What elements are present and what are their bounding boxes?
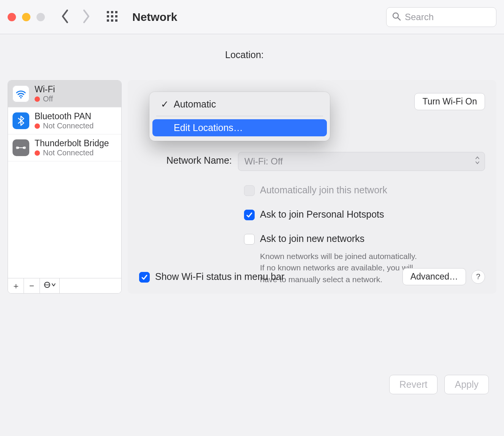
nav-arrows (60, 9, 91, 25)
network-name-row: Network Name: Wi-Fi: Off (139, 152, 485, 171)
service-status: Off (35, 95, 55, 103)
svg-point-11 (20, 97, 22, 98)
service-name: Bluetooth PAN (35, 111, 94, 122)
new-networks-checkbox-row[interactable]: Ask to join new networks (244, 233, 485, 245)
svg-rect-0 (107, 11, 109, 13)
wifi-icon (13, 85, 29, 102)
network-name-select[interactable]: Wi-Fi: Off (238, 152, 485, 171)
svg-rect-2 (115, 11, 117, 13)
hotspot-checkbox-row[interactable]: Ask to join Personal Hotspots (244, 209, 485, 220)
svg-line-10 (398, 17, 400, 20)
menubar-label: Show Wi-Fi status in menu bar (155, 271, 284, 282)
auto-join-checkbox-row: Automatically join this network (244, 185, 485, 196)
service-status: Not Connected (35, 122, 94, 130)
checkmark-icon: ✓ (161, 99, 168, 110)
network-name-value: Wi-Fi: Off (244, 156, 283, 167)
location-label: Location: (225, 49, 263, 60)
location-option-automatic[interactable]: ✓ Automatic (152, 96, 327, 113)
detail-bottom-row: Show Wi-Fi status in menu bar Advanced… … (139, 268, 485, 285)
svg-rect-3 (107, 15, 109, 17)
hotspot-checkbox[interactable] (244, 210, 255, 220)
back-button[interactable] (60, 9, 70, 25)
svg-point-18 (48, 284, 49, 285)
svg-point-16 (46, 284, 48, 285)
updown-icon (475, 156, 480, 167)
auto-join-label: Automatically join this network (260, 185, 387, 196)
apply-button[interactable]: Apply (444, 375, 489, 394)
svg-rect-8 (115, 19, 117, 22)
search-icon (392, 12, 405, 22)
toolbar: Network (0, 0, 504, 34)
svg-point-12 (17, 147, 19, 149)
svg-rect-1 (111, 11, 113, 13)
service-item-wifi[interactable]: Wi-Fi Off (8, 81, 121, 107)
new-networks-label: Ask to join new networks (260, 233, 365, 244)
minimize-window-button[interactable] (22, 13, 30, 21)
svg-rect-6 (107, 19, 109, 22)
hotspot-label: Ask to join Personal Hotspots (260, 209, 384, 220)
sidebar-footer: ＋ − (8, 278, 121, 293)
footer-spacer (60, 278, 121, 293)
window-controls (8, 13, 45, 21)
svg-rect-4 (111, 15, 113, 17)
service-item-thunderbolt-bridge[interactable]: Thunderbolt Bridge Not Connected (8, 134, 121, 161)
bluetooth-icon (13, 112, 29, 129)
network-name-label: Network Name: (139, 152, 238, 166)
plus-icon: ＋ (12, 280, 20, 292)
close-window-button[interactable] (8, 13, 16, 21)
status-dot-icon (35, 96, 40, 102)
service-name: Wi-Fi (35, 84, 55, 95)
zoom-window-button[interactable] (36, 13, 45, 21)
footer-buttons: Revert Apply (389, 375, 489, 394)
location-popup-menu: ✓ Automatic Edit Locations… (149, 92, 330, 141)
advanced-button[interactable]: Advanced… (403, 268, 466, 285)
edit-locations-option[interactable]: Edit Locations… (152, 119, 327, 136)
revert-button[interactable]: Revert (389, 375, 438, 394)
popup-separator (156, 116, 323, 116)
gear-dropdown-icon (43, 281, 56, 291)
page-title: Network (132, 11, 177, 24)
status-dot-icon (35, 123, 40, 129)
auto-join-checkbox (244, 185, 255, 196)
service-name: Thunderbolt Bridge (35, 138, 109, 148)
check-icon (141, 274, 148, 281)
show-all-prefs-button[interactable] (106, 11, 118, 24)
menubar-checkbox[interactable] (139, 272, 150, 283)
check-icon (246, 212, 253, 218)
service-status: Not Connected (35, 148, 109, 157)
edit-locations-label: Edit Locations… (174, 122, 243, 133)
service-item-bluetooth-pan[interactable]: Bluetooth PAN Not Connected (8, 107, 121, 134)
add-service-button[interactable]: ＋ (8, 278, 24, 293)
forward-button[interactable] (81, 9, 91, 25)
services-list: Wi-Fi Off Bluetooth PAN Not Connected (8, 81, 121, 278)
svg-point-17 (45, 284, 46, 285)
location-row: Location: (8, 49, 496, 60)
svg-rect-5 (115, 15, 117, 17)
turn-wifi-on-button[interactable]: Turn Wi-Fi On (414, 93, 485, 110)
help-button[interactable]: ? (471, 270, 485, 284)
search-input[interactable] (405, 12, 491, 22)
svg-rect-7 (111, 19, 113, 22)
minus-icon: − (29, 281, 34, 291)
search-field[interactable] (386, 7, 496, 27)
status-dot-icon (35, 150, 40, 156)
thunderbolt-bridge-icon (13, 139, 29, 156)
remove-service-button[interactable]: − (24, 278, 40, 293)
svg-point-13 (23, 147, 25, 149)
location-option-label: Automatic (174, 99, 216, 110)
services-sidebar: Wi-Fi Off Bluetooth PAN Not Connected (8, 80, 122, 294)
new-networks-checkbox[interactable] (244, 234, 255, 245)
menubar-checkbox-row[interactable]: Show Wi-Fi status in menu bar (139, 271, 284, 283)
service-actions-button[interactable] (40, 278, 60, 293)
